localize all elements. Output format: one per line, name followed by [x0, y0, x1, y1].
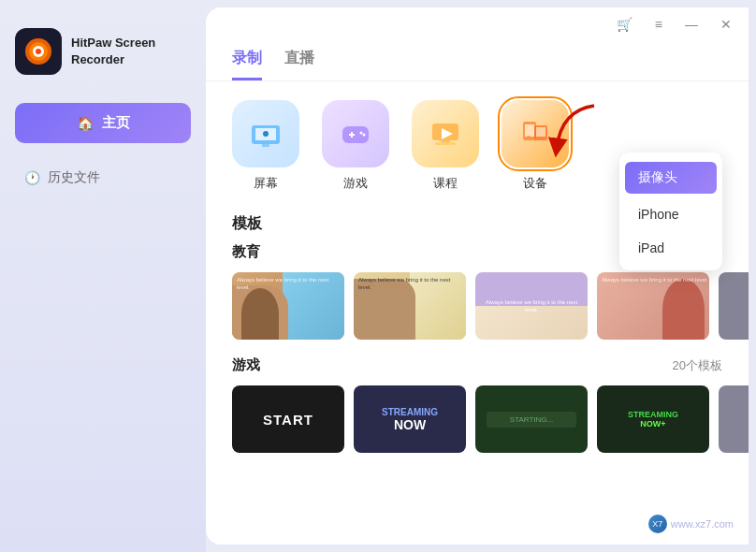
- game-label: 游戏: [343, 175, 368, 192]
- templates-title: 模板: [232, 215, 262, 231]
- svg-rect-20: [536, 127, 545, 137]
- screen-icon-item[interactable]: 屏幕: [232, 100, 299, 192]
- game-more-card[interactable]: + 17: [719, 385, 749, 453]
- sidebar: HitPaw Screen Recorder 🏠 主页 🕐 历史文件: [0, 0, 206, 552]
- app-logo: [15, 28, 62, 75]
- edu-more-card[interactable]: + 18: [719, 272, 749, 340]
- device-label: 设备: [523, 175, 547, 192]
- edu-template-2[interactable]: Always believe we bring it to the next l…: [354, 272, 466, 340]
- screen-icon-box: [232, 100, 299, 167]
- svg-rect-21: [538, 137, 542, 138]
- tab-live[interactable]: 直播: [284, 41, 314, 80]
- svg-rect-7: [262, 144, 269, 147]
- tab-bar: 录制 直播: [206, 41, 749, 81]
- game-card-4-now: NOW+: [640, 419, 665, 429]
- screen-label: 屏幕: [254, 175, 278, 192]
- dropdown-item-ipad[interactable]: iPad: [619, 231, 722, 265]
- game-title: 游戏: [232, 356, 260, 374]
- game-header: 游戏 20个模板: [206, 356, 749, 374]
- svg-rect-15: [435, 142, 456, 145]
- course-icon-box: [412, 100, 479, 167]
- education-templates: Always believe we bring it to the next l…: [206, 272, 749, 340]
- device-dropdown: 摄像头 iPhone iPad: [619, 153, 722, 270]
- game-count: 20个模板: [673, 357, 722, 374]
- device-icon-box: [502, 100, 569, 167]
- svg-rect-18: [525, 124, 534, 137]
- edu-template-4[interactable]: Always believe we bring it to the next l…: [597, 272, 709, 340]
- game-template-2[interactable]: STREAMING NOW: [354, 385, 466, 453]
- menu-button[interactable]: ≡: [649, 15, 668, 34]
- titlebar: 🛒 ≡ — ✕: [206, 7, 749, 41]
- game-section: 游戏 20个模板 START STREAMING NOW STARTING...: [206, 356, 749, 453]
- education-title: 教育: [232, 243, 260, 261]
- svg-rect-22: [527, 136, 531, 138]
- dropdown-item-camera[interactable]: 摄像头: [625, 162, 717, 194]
- game-template-4[interactable]: STREAMING NOW+: [597, 385, 709, 453]
- edu-template-1[interactable]: Always believe we bring it to the next l…: [232, 272, 344, 340]
- app-name: HitPaw Screen Recorder: [71, 35, 191, 68]
- device-icon-item[interactable]: 设备: [502, 100, 569, 192]
- dropdown-item-iphone[interactable]: iPhone: [619, 197, 722, 231]
- cart-button[interactable]: 🛒: [611, 15, 638, 34]
- svg-point-12: [363, 134, 366, 137]
- svg-point-11: [360, 132, 363, 135]
- watermark-icon: X7: [648, 515, 667, 533]
- game-icon-box: [322, 100, 389, 167]
- main-content: 🛒 ≡ — ✕ 录制 直播 屏幕: [206, 7, 749, 545]
- history-icon: 🕐: [24, 170, 40, 185]
- history-item[interactable]: 🕐 历史文件: [15, 162, 191, 194]
- svg-rect-10: [351, 132, 353, 138]
- course-label: 课程: [433, 175, 458, 192]
- home-icon: 🏠: [77, 115, 94, 132]
- minimize-button[interactable]: —: [679, 15, 704, 34]
- game-template-3[interactable]: STARTING...: [475, 385, 588, 453]
- svg-point-3: [36, 49, 41, 54]
- edu-template-3[interactable]: Always believe we bring it to the next l…: [475, 272, 588, 340]
- tab-record[interactable]: 录制: [232, 41, 262, 80]
- game-card-2-now: NOW: [394, 417, 426, 432]
- svg-point-6: [263, 131, 269, 137]
- course-icon-item[interactable]: 课程: [412, 100, 479, 192]
- history-label: 历史文件: [48, 169, 100, 186]
- home-label: 主页: [102, 114, 130, 132]
- logo-area: HitPaw Screen Recorder: [15, 28, 191, 75]
- game-template-1[interactable]: START: [232, 385, 344, 453]
- game-card-1-text: START: [263, 412, 313, 428]
- game-card-3-line1: STARTING...: [490, 415, 573, 424]
- game-card-4-text: STREAMING: [628, 410, 678, 419]
- watermark-text: www.xz7.com: [671, 518, 734, 530]
- game-templates: START STREAMING NOW STARTING... STREAMIN…: [206, 385, 749, 453]
- game-icon-item[interactable]: 游戏: [322, 100, 389, 192]
- close-button[interactable]: ✕: [715, 15, 737, 34]
- watermark: X7 www.xz7.com: [648, 515, 734, 533]
- game-card-2-text: STREAMING: [382, 407, 438, 417]
- home-button[interactable]: 🏠 主页: [15, 103, 191, 143]
- svg-rect-16: [441, 140, 450, 142]
